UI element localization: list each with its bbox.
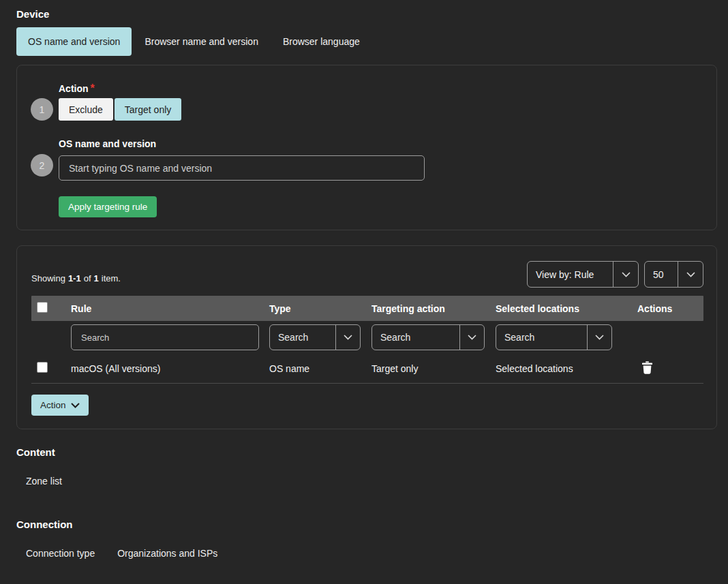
chevron-down-icon <box>335 325 360 350</box>
action-toggle-group: Exclude Target only <box>59 98 181 121</box>
view-by-value: View by: Rule <box>528 262 613 287</box>
organizations-isps-link[interactable]: Organizations and ISPs <box>117 548 217 559</box>
required-asterisk: * <box>91 82 95 94</box>
column-header-rule: Rule <box>71 303 269 314</box>
type-cell: OS name <box>269 363 371 374</box>
rules-table-panel: Showing 1-1 of 1 item. View by: Rule 50 … <box>16 245 717 429</box>
rule-search-input[interactable] <box>71 324 259 350</box>
page-size-dropdown[interactable]: 50 <box>644 261 703 288</box>
table-summary: Showing 1-1 of 1 item. <box>31 273 121 283</box>
tab-os-name-version[interactable]: OS name and version <box>16 27 132 56</box>
rules-table: Rule Type Targeting action Selected loca… <box>31 296 703 384</box>
connection-type-link[interactable]: Connection type <box>26 548 95 559</box>
view-by-dropdown[interactable]: View by: Rule <box>527 261 639 288</box>
targeting-action-search-dropdown[interactable]: Search <box>371 324 485 350</box>
os-name-version-input[interactable] <box>59 155 425 181</box>
trash-icon <box>641 366 653 376</box>
targeting-action-cell: Target only <box>371 363 496 374</box>
chevron-down-icon <box>587 325 611 350</box>
selected-locations-search-dropdown[interactable]: Search <box>496 324 612 350</box>
bulk-action-button[interactable]: Action <box>31 395 89 416</box>
target-only-button[interactable]: Target only <box>115 98 181 121</box>
action-label: Action* <box>59 82 95 95</box>
content-links: Zone list <box>26 476 62 487</box>
tab-browser-name-version[interactable]: Browser name and version <box>133 27 270 56</box>
delete-rule-button[interactable] <box>640 360 654 378</box>
column-header-selected-locations: Selected locations <box>496 303 637 314</box>
device-tabs: OS name and version Browser name and ver… <box>16 27 371 56</box>
device-section-title: Device <box>16 8 49 20</box>
column-header-actions: Actions <box>637 303 703 314</box>
select-all-checkbox[interactable] <box>37 302 48 313</box>
connection-section-title: Connection <box>16 519 73 530</box>
targeting-rule-form-panel: Action* 1 Exclude Target only OS name an… <box>16 65 717 230</box>
tab-browser-language[interactable]: Browser language <box>271 27 371 56</box>
table-row: macOS (All versions) OS name Target only… <box>31 354 703 384</box>
table-header-row: Rule Type Targeting action Selected loca… <box>31 296 703 321</box>
zone-list-link[interactable]: Zone list <box>26 476 62 487</box>
chevron-down-icon <box>459 325 484 350</box>
column-header-type: Type <box>269 303 371 314</box>
os-name-version-label: OS name and version <box>59 138 156 149</box>
apply-targeting-rule-button[interactable]: Apply targeting rule <box>59 196 157 217</box>
content-section-title: Content <box>16 446 55 458</box>
row-checkbox[interactable] <box>37 362 48 373</box>
table-filter-row: Search Search Search <box>31 321 703 354</box>
page-size-value: 50 <box>645 262 678 287</box>
type-search-dropdown[interactable]: Search <box>269 324 361 350</box>
chevron-down-icon <box>71 400 80 410</box>
exclude-button[interactable]: Exclude <box>59 98 113 121</box>
step-2-badge: 2 <box>31 154 53 176</box>
step-1-badge: 1 <box>31 98 53 121</box>
chevron-down-icon <box>678 262 703 287</box>
connection-links: Connection type Organizations and ISPs <box>26 548 217 559</box>
chevron-down-icon <box>613 262 638 287</box>
rule-cell: macOS (All versions) <box>71 363 269 374</box>
column-header-targeting-action: Targeting action <box>371 303 496 314</box>
selected-locations-cell[interactable]: Selected locations <box>496 363 637 374</box>
